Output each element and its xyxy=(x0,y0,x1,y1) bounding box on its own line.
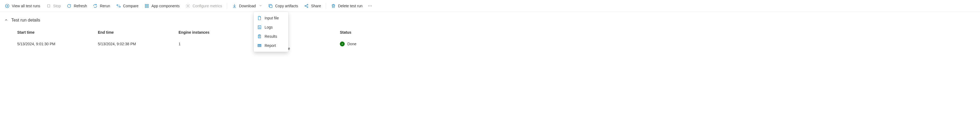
svg-rect-1 xyxy=(47,5,50,7)
copy-artifacts-label: Copy artifacts xyxy=(275,4,298,8)
chevron-down-icon xyxy=(259,4,262,8)
dropdown-results-label: Results xyxy=(264,34,277,39)
report-icon xyxy=(257,43,262,48)
svg-rect-7 xyxy=(270,5,272,8)
more-horizontal-icon xyxy=(368,3,372,8)
value-end-time: 5/13/2024, 9:02:38 PM xyxy=(98,42,178,46)
download-icon xyxy=(232,3,237,8)
results-icon xyxy=(257,34,262,39)
rerun-button[interactable]: Rerun xyxy=(90,2,113,10)
delete-label: Delete test run xyxy=(338,4,363,8)
test-run-details-section: Test run details Start time End time Eng… xyxy=(0,12,980,47)
compare-label: Compare xyxy=(123,4,139,8)
stop-button: Stop xyxy=(43,2,64,10)
configure-metrics-label: Configure metrics xyxy=(192,4,222,8)
compare-icon xyxy=(116,3,121,8)
svg-point-6 xyxy=(188,5,189,6)
app-components-icon xyxy=(145,3,149,8)
share-label: Share xyxy=(311,4,321,8)
value-start-time: 5/13/2024, 9:01:30 PM xyxy=(17,42,98,46)
more-actions-button[interactable] xyxy=(366,2,374,10)
svg-rect-2 xyxy=(145,4,146,6)
section-title: Test run details xyxy=(11,18,40,22)
dropdown-input-file[interactable]: Input file xyxy=(254,13,288,22)
copy-artifacts-button[interactable]: Copy artifacts xyxy=(266,2,301,10)
details-header-row: Start time End time Engine instances Sta… xyxy=(17,30,976,42)
logs-icon xyxy=(257,25,262,30)
dropdown-results[interactable]: Results xyxy=(254,32,288,41)
view-all-test-runs-button[interactable]: View all test runs xyxy=(2,2,43,10)
svg-point-13 xyxy=(371,5,372,6)
stop-label: Stop xyxy=(53,4,61,8)
stop-icon xyxy=(46,3,51,8)
file-icon xyxy=(257,16,262,21)
dropdown-logs[interactable]: Logs xyxy=(254,22,288,32)
refresh-label: Refresh xyxy=(74,4,87,8)
app-components-label: App components xyxy=(151,4,180,8)
details-value-row: 5/13/2024, 9:01:30 PM 5/13/2024, 9:02:38… xyxy=(17,42,976,47)
header-engine-instances: Engine instances xyxy=(178,30,259,42)
trash-icon xyxy=(331,3,336,8)
refresh-button[interactable]: Refresh xyxy=(64,2,89,10)
share-button[interactable]: Share xyxy=(301,2,324,10)
app-components-button[interactable]: App components xyxy=(142,2,182,10)
value-status: Done xyxy=(340,42,420,47)
view-all-label: View all test runs xyxy=(12,4,40,8)
svg-rect-5 xyxy=(147,6,149,8)
delete-test-run-button[interactable]: Delete test run xyxy=(328,2,365,10)
compare-button[interactable]: Compare xyxy=(113,2,142,10)
download-label: Download xyxy=(239,4,256,8)
refresh-icon xyxy=(67,3,72,8)
header-start-time: Start time xyxy=(17,30,98,42)
dropdown-logs-label: Logs xyxy=(264,25,273,29)
section-header[interactable]: Test run details xyxy=(4,18,976,22)
value-engine-instances: 1 xyxy=(178,42,259,46)
svg-rect-3 xyxy=(147,4,149,6)
copy-icon xyxy=(268,3,273,8)
rerun-icon xyxy=(93,3,98,8)
dropdown-report[interactable]: Report xyxy=(254,41,288,50)
header-status: Status xyxy=(340,30,420,42)
download-dropdown: Input file Logs Results Report xyxy=(254,12,288,52)
toolbar: View all test runs Stop Refresh Rerun Co… xyxy=(0,0,980,12)
success-check-icon xyxy=(340,42,345,47)
dropdown-report-label: Report xyxy=(264,43,276,48)
rerun-label: Rerun xyxy=(100,4,110,8)
svg-point-11 xyxy=(368,5,369,6)
download-button[interactable]: Download xyxy=(229,2,265,10)
share-icon xyxy=(304,3,309,8)
svg-point-12 xyxy=(370,5,370,6)
gear-icon xyxy=(186,3,190,8)
chevron-up-icon xyxy=(4,18,8,22)
header-end-time: End time xyxy=(98,30,178,42)
toolbar-separator xyxy=(227,3,227,9)
configure-metrics-button: Configure metrics xyxy=(183,2,225,10)
svg-rect-4 xyxy=(145,6,146,8)
dropdown-input-file-label: Input file xyxy=(264,16,279,20)
details-grid: Start time End time Engine instances Sta… xyxy=(4,30,976,47)
status-text: Done xyxy=(347,42,356,46)
arrow-right-circle-icon xyxy=(5,3,10,8)
